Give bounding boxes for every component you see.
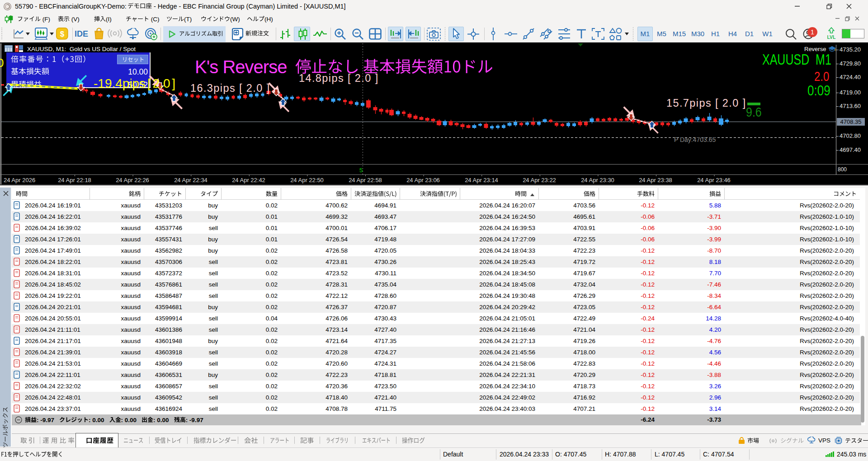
svg-text:1: 1 — [811, 28, 814, 36]
svg-text:LVL: LVL — [827, 34, 836, 40]
svg-text:$: $ — [60, 30, 65, 38]
